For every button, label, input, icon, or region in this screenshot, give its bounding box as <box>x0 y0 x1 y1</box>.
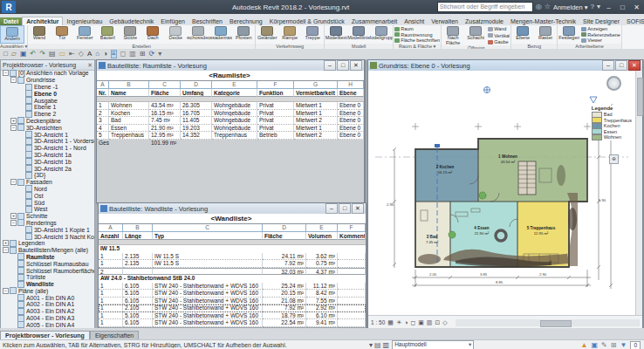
dach-button[interactable]: Dach <box>141 25 164 44</box>
sign-in-button[interactable]: Anmelden ▾ <box>553 3 588 11</box>
ribbon-tab-datei[interactable]: Datei <box>0 17 22 25</box>
tree-item-süd[interactable]: Süd <box>1 199 94 206</box>
tree-expander-icon[interactable]: + <box>10 118 17 124</box>
table-row[interactable]: 4Essen21.90 m²19.203WohngebäudePrivatMie… <box>97 125 364 133</box>
tree-item-grundrisse[interactable]: −Grundrisse <box>1 77 94 84</box>
tree-item-ausgabe[interactable]: Ausgabe <box>1 97 94 104</box>
close-icon[interactable]: ✕ <box>350 60 362 71</box>
table-row[interactable]: 12.105STW 240 - Stahlbetonwand + WDVS 16… <box>99 305 366 312</box>
save-icon[interactable]: ▣ <box>20 50 27 58</box>
modelltext-button[interactable]: Modelltext <box>325 25 347 44</box>
tree-item-3d-ansicht-3-nacht-kopie-1[interactable]: 3D-Ansicht 3 Nacht Kopie 1 <box>1 233 94 240</box>
wand-button[interactable]: Wand <box>28 25 51 44</box>
table-row[interactable]: 2Kochen16.15 m²16.705WohngebäudePrivatMi… <box>97 110 364 118</box>
tree-item-ebene-2[interactable]: Ebene 2 <box>1 111 94 118</box>
ribbon-tab-mengen-master-technik[interactable]: Mengen-Master-Technik <box>507 17 579 25</box>
table-row[interactable]: 3Bad7.45 m²11.405WohngebäudePrivatMietwe… <box>97 117 364 125</box>
ribbon-tab-beschriften[interactable]: Beschriften <box>188 17 226 25</box>
tree-item-3d-ansicht-1-nord[interactable]: 3D-Ansicht 1 - Nord <box>1 145 94 152</box>
tree-expander-icon[interactable]: − <box>10 179 17 185</box>
minimize-button[interactable]: – <box>325 203 338 214</box>
tree-item-3d-ansicht-1[interactable]: 3D-Ansicht 1 <box>1 131 94 138</box>
tree-item-a003-ein-din-a2[interactable]: A003 - Ein DIN A2 <box>1 308 94 315</box>
ebene-button[interactable]: Ebene <box>511 25 534 44</box>
exclude-options-icon[interactable]: ✎ <box>601 341 607 349</box>
table-row[interactable]: 16.105STW 240 - Stahlbetonwand + WDVS 16… <box>99 319 366 327</box>
ribbon-tab-site-designer[interactable]: Site Designer <box>579 17 623 25</box>
close-icon[interactable]: ✕ <box>628 60 641 71</box>
navigation-wheel-icon[interactable] <box>606 76 621 91</box>
tree-expander-icon[interactable]: − <box>10 220 17 226</box>
tree-item-deckenpläne[interactable]: +Deckenpläne <box>1 118 94 125</box>
shadows-icon[interactable]: ◑ <box>404 319 408 326</box>
tag-icon[interactable]: ◇ <box>79 50 84 58</box>
modelllinie-button[interactable]: Modelllinie <box>347 25 370 44</box>
close-icon[interactable]: ✕ <box>87 62 92 69</box>
press-drag-icon[interactable]: ⊞ <box>611 341 617 349</box>
anzeigen-button[interactable]: Anzeigen <box>581 26 620 31</box>
editable-only-icon[interactable]: ▥ <box>383 341 390 349</box>
exchange-apps-icon[interactable]: ☆ <box>545 3 551 11</box>
maximize-button[interactable]: □ <box>617 2 628 12</box>
maximize-button[interactable]: □ <box>615 60 627 71</box>
crop-view-icon[interactable]: ◻ <box>410 319 415 326</box>
palette-tab-eigenschaften[interactable]: Eigenschaften <box>90 331 139 339</box>
help-icon[interactable]: ? <box>591 3 594 11</box>
tree-item-3d[interactable]: {3D} <box>1 172 94 179</box>
drawing-area[interactable]: 2.053.852.908.855.902.95 1 Wohnen43.54 m… <box>368 71 642 316</box>
ribbon-tab-ansicht[interactable]: Ansicht <box>401 17 428 25</box>
stütze-button[interactable]: Stütze <box>119 25 141 44</box>
print-icon[interactable]: ▤ <box>49 50 56 58</box>
thin-lines-icon[interactable]: ≡ <box>111 50 117 58</box>
aligned-dimension-icon[interactable]: ⇤ <box>69 50 75 58</box>
tree-item-3d-ansicht-1b[interactable]: 3D-Ansicht 1b <box>1 158 94 165</box>
wand-button[interactable]: Wand <box>488 26 510 31</box>
tree-item-nord[interactable]: Nord <box>1 186 94 193</box>
table-row[interactable]: 5Treppenhaus12.95 m²14.352TreppenhausBet… <box>97 132 364 140</box>
tree-item-3d-ansicht-2a[interactable]: 3D-Ansicht 2a <box>1 165 94 172</box>
maximize-button[interactable]: □ <box>339 203 351 214</box>
ribbon-tab-architektur[interactable]: Architektur <box>22 17 63 25</box>
table-row[interactable]: 12.135IW 11.5 S24.11 m²3.62 m³ <box>99 253 366 261</box>
visual-style-icon[interactable]: ▦ <box>387 319 394 326</box>
ribbon-tab-einfügen[interactable]: Einfügen <box>157 17 188 25</box>
tree-expander-icon[interactable]: − <box>3 247 9 253</box>
ribbon-tab-ingenieurbau[interactable]: Ingenieurbau <box>63 17 106 25</box>
maximize-button[interactable]: □ <box>337 60 349 71</box>
tree-item-west[interactable]: West <box>1 206 94 213</box>
fassadenraster-button[interactable]: Fassadenraster <box>209 25 232 44</box>
tree-item-a001-ein-din-a0[interactable]: A001 - Ein DIN A0 <box>1 294 94 301</box>
horizontal-scrollbar[interactable] <box>456 319 640 326</box>
editing-requests-icon[interactable]: ▣ <box>591 341 598 349</box>
close-hidden-windows-icon[interactable]: ◻ <box>120 50 127 58</box>
geschossdecke-button[interactable]: Geschossdecke <box>187 25 209 44</box>
keyboard-icon[interactable]: ⊞ <box>140 50 146 58</box>
raster-button[interactable]: Raster <box>534 25 557 44</box>
new-icon[interactable]: □ <box>3 50 8 58</box>
tree-item-0-ansichten-nach-vorlage[interactable]: −[0] Ansichten nach Vorlage <box>1 70 94 77</box>
tree-item-fassaden[interactable]: −Fassaden <box>1 179 94 186</box>
undo-icon[interactable]: ↶ <box>31 50 37 58</box>
crop-region-icon[interactable]: ▣ <box>418 319 424 326</box>
tree-item-ebene-1[interactable]: Ebene -1 <box>1 84 94 91</box>
tree-item-3d-ansicht-1a[interactable]: 3D-Ansicht 1a <box>1 152 94 159</box>
tree-item-legenden[interactable]: +Legenden <box>1 240 94 247</box>
referenzebene-button[interactable]: Referenzebene <box>581 32 620 38</box>
temporary-hide-icon[interactable]: ▥ <box>427 319 433 326</box>
table-row[interactable]: 1Wohnen43.54 m²26.305WohngebäudePrivatMi… <box>97 102 364 110</box>
tree-item-wandliste[interactable]: Wandliste <box>1 281 94 288</box>
room-kochen[interactable] <box>415 149 478 202</box>
worksets-icon[interactable]: ▾ <box>369 341 373 349</box>
measure-icon[interactable]: ▭ <box>59 50 66 58</box>
help-dropdown-icon[interactable]: ▾ <box>597 3 600 11</box>
fenster-button[interactable]: Fenster <box>73 25 96 44</box>
modellgruppe-button[interactable]: Modellgruppe <box>370 25 393 44</box>
stair-symbol[interactable] <box>518 161 536 195</box>
open-icon[interactable]: ▱ <box>11 50 17 58</box>
section-icon[interactable]: ◑ <box>103 50 107 58</box>
tree-item-pläne-alle[interactable]: −Pläne (alle) <box>1 288 94 295</box>
gaube-button[interactable]: Gaube <box>488 39 510 44</box>
tree-expander-icon[interactable]: − <box>3 288 9 294</box>
reveal-hidden-icon[interactable]: ⊡ <box>435 319 440 326</box>
tree-item-raumliste[interactable]: Raumliste <box>1 254 94 261</box>
